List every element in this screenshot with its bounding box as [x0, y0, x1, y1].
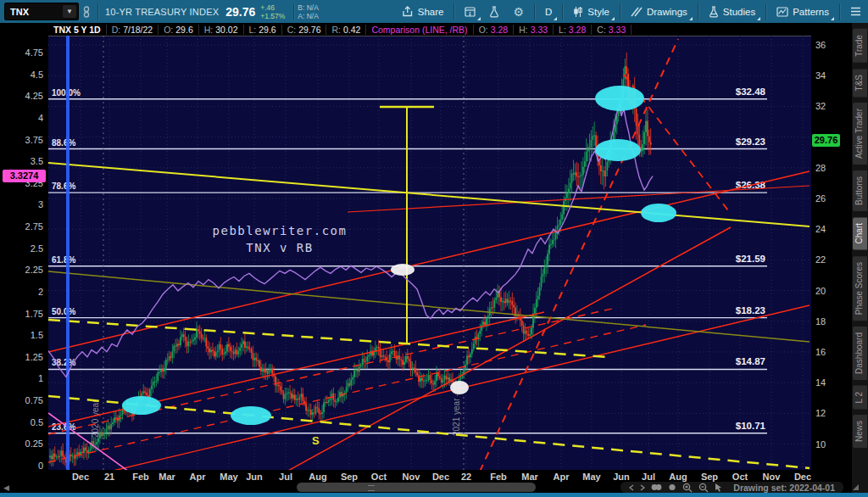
time-axis[interactable]: Dec21FebMarAprMayJunJulAugSepOctNovDec22… — [0, 470, 852, 482]
sidebar-tab-phase-scores[interactable]: Phase Scores — [853, 256, 867, 321]
grid-layer — [48, 36, 811, 470]
month-label: Nov — [403, 472, 420, 482]
zoom-in-icon[interactable] — [682, 483, 693, 493]
link-charts-icon[interactable] — [651, 483, 662, 491]
month-label: Sep — [341, 472, 358, 482]
svg-text:61.8%: 61.8% — [52, 255, 75, 265]
svg-text:pebblewriter.com: pebblewriter.com — [213, 224, 348, 237]
bottom-accent-bar — [0, 493, 868, 497]
cyan-ellipse-annotation — [231, 406, 271, 425]
month-label: Nov — [763, 472, 781, 482]
trendlines-layer — [48, 36, 810, 472]
svg-text:2020 year: 2020 year — [91, 399, 100, 438]
svg-text:$21.59: $21.59 — [736, 254, 765, 264]
sidebar-tab-active-trader[interactable]: Active Trader — [853, 103, 867, 165]
month-label: Dec — [72, 472, 89, 482]
red-dashed-fan2 — [48, 325, 646, 462]
cursor-icon[interactable] — [715, 483, 722, 492]
scrollbar-grip[interactable] — [368, 485, 375, 491]
month-label: Jul — [642, 472, 655, 482]
cyan-ellipse-annotation — [641, 204, 676, 222]
magenta-downtrend — [48, 413, 129, 472]
month-label: Apr — [554, 472, 570, 482]
chart-nav-controls: Drawing set: 2022-04-01 — [620, 482, 843, 493]
month-label: Jun — [613, 472, 630, 482]
thinkorswim-chart-window: TNX ▼ 10-YR TREASURY INDEX 29.76 +.46 +1… — [0, 0, 868, 497]
month-label: Sep — [701, 472, 718, 482]
cyan-ellipse-annotation — [122, 396, 161, 415]
svg-text:$32.48: $32.48 — [736, 87, 766, 97]
zoom-out-icon[interactable] — [698, 483, 709, 493]
s-annotation: S — [312, 434, 320, 447]
price-chart[interactable]: 2020 year2021 yearpebblewriter.comTNX v … — [0, 0, 852, 497]
month-label: Apr — [190, 472, 206, 482]
svg-text:$14.87: $14.87 — [736, 356, 765, 366]
month-label: Feb — [490, 472, 507, 482]
comparison-price-label: 3.3274 — [3, 170, 46, 182]
svg-text:78.6%: 78.6% — [52, 181, 75, 191]
cyan-ellipse-annotation — [595, 139, 641, 161]
month-label: 21 — [104, 472, 114, 482]
sidebar-tab-t-s[interactable]: T&S — [853, 69, 867, 97]
yellow-major-downtrend — [48, 163, 810, 226]
sidebar-tab-buttons[interactable]: Buttons — [853, 170, 867, 211]
svg-text:50.0%: 50.0% — [52, 307, 75, 316]
chart-bottom-bar: Drawing set: 2022-04-01 — [0, 482, 852, 493]
white-ellipse-annotation — [450, 381, 469, 394]
month-label: Mar — [521, 472, 538, 482]
right-sidebar: TradeT&SActive TraderButtonsChartPhase S… — [852, 23, 868, 493]
month-label: Oct — [371, 472, 387, 482]
center-chart-icon[interactable] — [668, 483, 676, 491]
olive-downtrend — [48, 271, 810, 342]
month-label: May — [582, 472, 600, 482]
cyan-ellipse-annotation — [595, 86, 644, 111]
svg-text:$10.71: $10.71 — [736, 421, 766, 431]
expand-left-icon[interactable]: ◀ — [3, 483, 9, 492]
sidebar-tab-trade[interactable]: Trade — [853, 29, 867, 63]
yellow-dashed-mid — [48, 320, 608, 357]
pan-left-icon[interactable] — [629, 484, 634, 491]
month-label: Jun — [246, 472, 263, 482]
svg-text:88.6%: 88.6% — [52, 138, 75, 148]
month-label: Oct — [732, 472, 748, 482]
month-label: Jul — [279, 472, 292, 482]
month-label: Aug — [669, 472, 687, 482]
sidebar-tab-news[interactable]: News — [853, 415, 867, 448]
yellow-dashed-lower — [48, 396, 810, 468]
month-label: Dec — [794, 472, 811, 482]
month-label: Aug — [309, 472, 326, 482]
svg-text:38.2%: 38.2% — [52, 358, 75, 367]
red-steep-support — [287, 227, 731, 472]
sidebar-resize-handle[interactable] — [853, 484, 859, 490]
month-label: May — [220, 472, 237, 482]
white-ellipse-annotation — [391, 264, 415, 276]
month-label: Feb — [132, 472, 149, 482]
sidebar-tab-chart[interactable]: Chart — [853, 217, 867, 249]
svg-text:$29.23: $29.23 — [736, 137, 765, 147]
svg-text:$18.23: $18.23 — [736, 305, 765, 316]
month-label: 22 — [461, 472, 471, 482]
time-axis-scrollbar[interactable] — [297, 483, 536, 492]
sidebar-tab-dashboard[interactable]: Dashboard — [853, 327, 867, 380]
red-dashed-fan1 — [48, 309, 612, 434]
comparison-line-layer — [48, 103, 653, 377]
svg-text:2021 year: 2021 year — [452, 398, 461, 436]
last-price-label: 29.76 — [812, 134, 840, 147]
month-label: Mar — [159, 472, 175, 482]
watermark: pebblewriter.comTNX v RB — [213, 224, 348, 254]
svg-text:TNX v RB: TNX v RB — [246, 241, 313, 254]
pan-right-icon[interactable] — [640, 484, 645, 491]
drawing-set-status: Drawing set: 2022-04-01 — [733, 483, 835, 493]
month-label: Dec — [432, 472, 449, 482]
sidebar-tab-l-2[interactable]: L 2 — [853, 386, 867, 410]
